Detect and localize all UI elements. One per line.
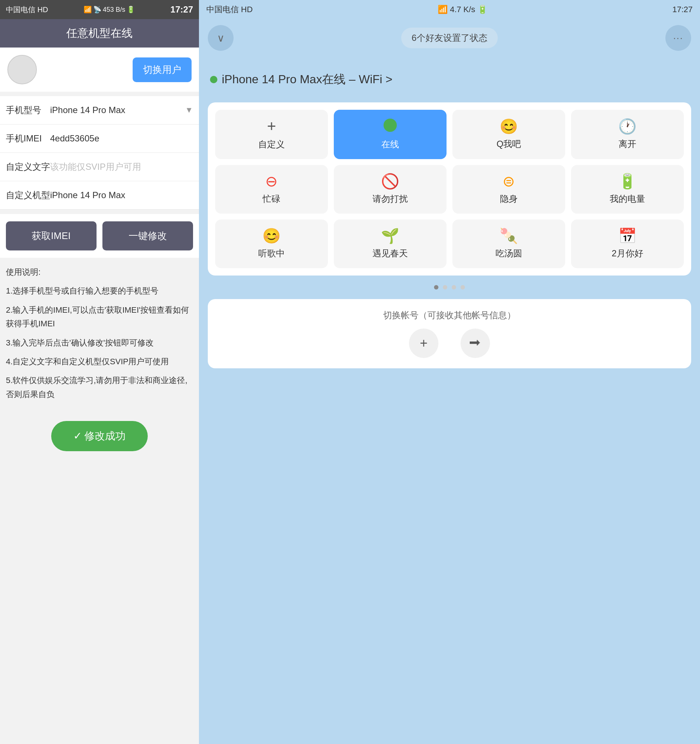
time-right: 17:27 [672, 5, 693, 14]
status-item-3[interactable]: 🕐 离开 [571, 110, 684, 159]
custom-model-row: 自定义机型 iPhone 14 Pro Max [0, 181, 199, 210]
get-imei-button[interactable]: 获取IMEI [6, 221, 97, 250]
status-grid-container: + 自定义 在线 😊 Q我吧 🕐 离开 ⊖ 忙碌 🚫 请勿打扰 ⊜ 隐身 🔋 我… [208, 103, 691, 275]
status-item-8[interactable]: 😊 听歌中 [215, 220, 328, 268]
carrier-left: 中国电信 HD [6, 5, 48, 15]
imei-value[interactable] [50, 133, 193, 144]
status-icon-6: ⊜ [502, 174, 515, 189]
status-item-9[interactable]: 🌱 遇见春天 [334, 220, 447, 268]
carrier-right: 中国电信 HD [206, 4, 253, 15]
imei-row: 手机IMEI [0, 125, 199, 153]
battery-icon: 🔋 [127, 6, 135, 13]
instruction-step4: 4.自定义文字和自定义机型仅SVIP用户可使用 [6, 355, 193, 368]
status-label-5: 请勿打扰 [372, 193, 408, 205]
status-label-0: 自定义 [258, 138, 285, 150]
status-icon-3: 🕐 [618, 119, 637, 134]
action-buttons: 获取IMEI 一键修改 [0, 214, 199, 258]
pagination-dot-2[interactable] [452, 285, 456, 290]
battery-icon-right: 🔋 [478, 5, 487, 14]
pagination-dot-0[interactable] [434, 285, 438, 290]
status-item-4[interactable]: ⊖ 忙碌 [215, 165, 328, 214]
imei-input[interactable] [50, 133, 193, 144]
avatar [7, 55, 37, 84]
online-status-text: iPhone 14 Pro Max在线 – WiFi > [222, 71, 392, 88]
top-bar: ∨ 6个好友设置了状态 ··· [199, 19, 700, 57]
app-header: 任意机型在线 [0, 19, 199, 48]
success-button[interactable]: ✓ 修改成功 [51, 421, 148, 451]
switch-user-button[interactable]: 切换用户 [133, 58, 192, 82]
right-status-icons: 📶 4.7 K/s 🔋 [438, 5, 487, 14]
signal-icon-right: 📶 [438, 5, 448, 14]
more-button[interactable]: ··· [665, 25, 691, 51]
instruction-step5: 5.软件仅供娱乐交流学习,请勿用于非法和商业途径,否则后果自负 [6, 373, 193, 401]
right-panel: 中国电信 HD 📶 4.7 K/s 🔋 17:27 ∨ 6个好友设置了状态 ··… [199, 0, 700, 744]
status-label-11: 2月你好 [612, 247, 643, 259]
friends-status-text: 6个好友设置了状态 [411, 33, 487, 43]
custom-text-label: 自定义文字 [6, 161, 50, 173]
custom-text-row: 自定义文字 [0, 153, 199, 181]
chevron-down-button[interactable]: ∨ [208, 25, 234, 51]
custom-text-value[interactable] [50, 162, 193, 172]
speed-text: 453 B/s [103, 6, 125, 13]
status-icon-9: 🌱 [381, 228, 399, 243]
status-label-10: 吃汤圆 [496, 247, 522, 259]
custom-model-label: 自定义机型 [6, 189, 50, 201]
online-status-banner[interactable]: iPhone 14 Pro Max在线 – WiFi > [210, 71, 689, 88]
status-icon-1 [384, 119, 397, 134]
switch-account-section: 切换帐号（可接收其他帐号信息） + ⮕ [208, 299, 691, 368]
logout-icon: ⮕ [469, 336, 481, 351]
instruction-step3: 3.输入完毕后点击'确认修改'按钮即可修改 [6, 336, 193, 350]
status-label-1: 在线 [381, 138, 399, 150]
pagination-dot-1[interactable] [443, 285, 447, 290]
status-label-4: 忙碌 [263, 193, 280, 205]
status-label-8: 听歌中 [258, 247, 285, 259]
custom-text-input[interactable] [50, 162, 193, 172]
chevron-down-icon: ∨ [217, 32, 225, 44]
one-click-button[interactable]: 一键修改 [103, 221, 193, 250]
instruction-step1: 1.选择手机型号或自行输入想要的手机型号 [6, 284, 193, 298]
status-item-10[interactable]: 🍡 吃汤圆 [453, 220, 565, 268]
more-icon: ··· [673, 33, 684, 44]
signal-icon: 📶 [83, 6, 92, 13]
pagination-dot-3[interactable] [460, 285, 465, 290]
status-item-2[interactable]: 😊 Q我吧 [453, 110, 565, 159]
dropdown-arrow-icon[interactable]: ▼ [185, 105, 193, 115]
friends-status-pill[interactable]: 6个好友设置了状态 [401, 28, 497, 48]
phone-model-label: 手机型号 [6, 104, 50, 116]
status-icon-10: 🍡 [500, 228, 518, 243]
status-item-6[interactable]: ⊜ 隐身 [453, 165, 565, 214]
status-icons-left: 📶 📡 453 B/s 🔋 [83, 6, 135, 13]
status-bar-right: 中国电信 HD 📶 4.7 K/s 🔋 17:27 [199, 0, 700, 19]
pagination-dots [199, 279, 700, 295]
status-icon-2: 😊 [500, 119, 518, 134]
status-grid: + 自定义 在线 😊 Q我吧 🕐 离开 ⊖ 忙碌 🚫 请勿打扰 ⊜ 隐身 🔋 我… [215, 110, 684, 268]
status-item-5[interactable]: 🚫 请勿打扰 [334, 165, 447, 214]
status-icon-8: 😊 [262, 228, 281, 243]
app-title: 任意机型在线 [66, 27, 133, 39]
status-item-11[interactable]: 📅 2月你好 [571, 220, 684, 268]
add-account-button[interactable]: + [409, 329, 438, 358]
speed-right: 4.7 K/s [450, 5, 475, 14]
status-bar-left: 中国电信 HD 📶 📡 453 B/s 🔋 17:27 [0, 0, 199, 19]
logout-button[interactable]: ⮕ [460, 329, 490, 358]
green-dot-icon [210, 76, 217, 83]
switch-account-title: 切换帐号（可接收其他帐号信息） [222, 310, 676, 321]
time-left: 17:27 [171, 4, 193, 15]
user-section: 切换用户 [0, 48, 199, 92]
status-item-0[interactable]: + 自定义 [215, 110, 328, 159]
status-icon-4: ⊖ [265, 174, 278, 189]
status-label-2: Q我吧 [497, 138, 521, 150]
left-panel: 中国电信 HD 📶 📡 453 B/s 🔋 17:27 任意机型在线 切换用户 … [0, 0, 199, 744]
phone-model-value: iPhone 14 Pro Max ▼ [50, 105, 193, 115]
status-icon-7: 🔋 [618, 174, 637, 189]
status-icon-0: + [267, 119, 276, 134]
phone-model-row: 手机型号 iPhone 14 Pro Max ▼ [0, 96, 199, 125]
status-label-7: 我的电量 [610, 193, 645, 205]
status-item-7[interactable]: 🔋 我的电量 [571, 165, 684, 214]
custom-model-value: iPhone 14 Pro Max [50, 190, 193, 200]
form-section: 手机型号 iPhone 14 Pro Max ▼ 手机IMEI 自定义文字 自定… [0, 96, 199, 210]
switch-account-buttons: + ⮕ [222, 329, 676, 358]
status-label-3: 离开 [618, 138, 636, 150]
instruction-step2: 2.输入手机的IMEI,可以点击'获取IMEI'按钮查看如何获得手机IMEI [6, 303, 193, 331]
status-item-1[interactable]: 在线 [334, 110, 447, 159]
